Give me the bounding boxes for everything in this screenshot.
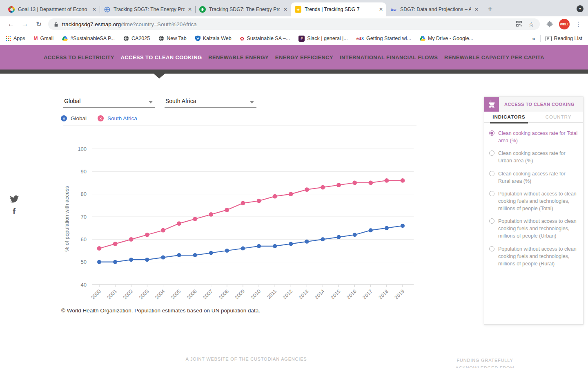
nav-renewable-energy[interactable]: RENEWABLE ENERGY bbox=[208, 54, 269, 61]
bookmark-newtab[interactable]: New Tab bbox=[158, 36, 186, 41]
flower-icon bbox=[240, 36, 245, 42]
bookmarks-overflow-button[interactable]: » bbox=[532, 36, 535, 42]
svg-text:2007: 2007 bbox=[202, 288, 214, 301]
nav-access-to-electricity[interactable]: ACCESS TO ELECTRICITY bbox=[44, 54, 114, 61]
svg-text:2009: 2009 bbox=[234, 288, 246, 301]
qr-code-icon[interactable] bbox=[516, 21, 522, 28]
svg-text:2002: 2002 bbox=[122, 288, 134, 301]
new-tab-button[interactable] bbox=[488, 4, 492, 14]
svg-text:2015: 2015 bbox=[330, 288, 342, 301]
svg-text:2004: 2004 bbox=[154, 288, 166, 301]
tab-goal13[interactable]: Goal 13 | Department of Econo bbox=[4, 2, 100, 16]
iea-icon: iea bbox=[390, 6, 397, 13]
tab-country[interactable]: COUNTRY bbox=[534, 112, 583, 122]
line-chart-svg[interactable]: 4050607080901002000200120022003200420052… bbox=[61, 135, 421, 311]
lock-icon bbox=[54, 22, 58, 27]
globe-dark-icon bbox=[123, 36, 129, 41]
bookmark-ca2025[interactable]: CA2025 bbox=[123, 36, 150, 41]
chip-global[interactable]: Global bbox=[61, 115, 87, 121]
svg-text:2010: 2010 bbox=[250, 288, 262, 301]
facebook-icon[interactable] bbox=[13, 206, 16, 216]
extensions-puzzle-icon[interactable] bbox=[546, 21, 553, 28]
browser-toolbar: ← → ↻ trackingsdg7.esmap.org/time?countr… bbox=[0, 16, 588, 32]
chip-label: South Africa bbox=[107, 115, 137, 121]
chip-south-africa[interactable]: South Africa bbox=[98, 115, 137, 121]
bookmark-label: My Drive - Google... bbox=[428, 36, 473, 41]
remove-icon[interactable] bbox=[98, 115, 104, 121]
sdg7-sun-icon bbox=[295, 6, 301, 13]
bookmark-gmail[interactable]: M Gmail bbox=[34, 36, 54, 41]
reading-list-button[interactable]: Reading List bbox=[546, 36, 583, 41]
radio-icon[interactable] bbox=[489, 246, 494, 251]
close-icon[interactable] bbox=[283, 7, 287, 12]
tab-iea[interactable]: iea SDG7: Data and Projections – A bbox=[386, 2, 482, 16]
reading-list-label: Reading List bbox=[554, 36, 583, 41]
tab-trackingsdg7-1[interactable]: Tracking SDG7: The Energy Pro bbox=[100, 2, 195, 16]
tab-indicators[interactable]: INDICATORS bbox=[484, 112, 534, 122]
svg-text:2003: 2003 bbox=[138, 288, 150, 301]
close-icon[interactable] bbox=[92, 7, 96, 12]
bookmark-star-icon[interactable] bbox=[528, 20, 534, 28]
bookmark-kaizala[interactable]: Kaizala Web bbox=[195, 36, 232, 41]
radio-icon[interactable] bbox=[489, 171, 494, 176]
bookmark-apps[interactable]: Apps bbox=[6, 36, 25, 41]
bookmark-sustainablesa-drive[interactable]: #SustainableSA P... bbox=[62, 36, 115, 41]
series-chips: Global South Africa bbox=[61, 115, 137, 121]
close-icon[interactable] bbox=[474, 7, 479, 12]
profile-avatar[interactable]: WELL bbox=[559, 19, 570, 29]
indicator-option[interactable]: Population without access to clean cooki… bbox=[489, 218, 578, 240]
back-button[interactable]: ← bbox=[6, 20, 16, 28]
tab-title: Tracking SDG7: The Energy Pro bbox=[114, 7, 185, 12]
remove-icon[interactable] bbox=[61, 115, 67, 121]
reload-button[interactable]: ↻ bbox=[33, 20, 44, 29]
globe-icon bbox=[104, 6, 110, 13]
region-select[interactable]: Global bbox=[63, 97, 155, 108]
radio-icon[interactable] bbox=[489, 150, 494, 156]
tab-trends-active[interactable]: Trends | Tracking SDG 7 bbox=[291, 2, 386, 16]
trend-chart[interactable]: 4050607080901002000200120022003200420052… bbox=[61, 135, 421, 311]
bookmark-label: Gmail bbox=[40, 36, 54, 41]
nav-access-to-clean-cooking[interactable]: ACCESS TO CLEAN COOKING bbox=[121, 54, 202, 61]
svg-text:2001: 2001 bbox=[106, 288, 118, 301]
chart-source-note: © World Health Organization. Population … bbox=[61, 307, 260, 314]
address-bar[interactable]: trackingsdg7.esmap.org/time?country=Sout… bbox=[48, 18, 540, 30]
twitter-icon[interactable] bbox=[10, 195, 19, 204]
bookmark-edx[interactable]: edX Getting Started wi... bbox=[356, 36, 411, 41]
forward-button[interactable]: → bbox=[20, 20, 30, 28]
close-icon[interactable] bbox=[379, 7, 383, 12]
footer-funding-line1: FUNDING GRATEFULLY bbox=[445, 357, 525, 364]
nav-energy-efficiency[interactable]: ENERGY EFFICIENCY bbox=[275, 54, 333, 61]
radio-icon[interactable] bbox=[489, 218, 494, 224]
bookmark-label: Kaizala Web bbox=[203, 36, 232, 41]
svg-text:2005: 2005 bbox=[170, 288, 182, 301]
indicator-option[interactable]: Clean cooking access rate for Rural area… bbox=[489, 170, 578, 185]
bookmark-sustainable-sa[interactable]: Sustainable SA –... bbox=[240, 36, 290, 42]
indicator-option[interactable]: Population without access to clean cooki… bbox=[489, 245, 578, 267]
close-icon[interactable] bbox=[188, 7, 192, 12]
indicator-option[interactable]: Clean cooking access rate for Urban area… bbox=[489, 150, 578, 164]
site-nav: ACCESS TO ELECTRICITY ACCESS TO CLEAN CO… bbox=[0, 45, 588, 70]
indicator-option[interactable]: Population without access to clean cooki… bbox=[489, 190, 578, 212]
country-select-value: South Africa bbox=[165, 98, 196, 104]
svg-text:% of population with access: % of population with access bbox=[64, 186, 70, 251]
svg-text:2011: 2011 bbox=[266, 288, 278, 300]
bookmark-slack[interactable]: Slack | general |... bbox=[298, 36, 348, 42]
svg-text:2014: 2014 bbox=[314, 288, 326, 301]
browser-menu-icon[interactable] bbox=[575, 20, 581, 28]
indicator-label: Population without access to clean cooki… bbox=[498, 245, 578, 267]
nav-international-financial-flows[interactable]: INTERNATIONAL FINANCIAL FLOWS bbox=[340, 54, 438, 61]
radio-selected-icon[interactable] bbox=[489, 130, 494, 136]
nav-renewable-capacity-per-capita[interactable]: RENEWABLE CAPACITY PER CAPITA bbox=[444, 54, 544, 61]
indicator-label: Clean cooking access rate for Urban area… bbox=[498, 150, 578, 164]
indicator-label: Clean cooking access rate for Rural area… bbox=[498, 170, 578, 185]
bookmark-mydrive[interactable]: My Drive - Google... bbox=[420, 36, 473, 41]
indicator-option[interactable]: Clean cooking access rate for Total area… bbox=[489, 130, 578, 144]
tab-trackingsdg7-2[interactable]: Tracking SDG7: The Energy Pro bbox=[195, 2, 291, 16]
indicator-label: Clean cooking access rate for Total area… bbox=[498, 130, 578, 144]
svg-text:2018: 2018 bbox=[377, 288, 390, 301]
panel-tabs: INDICATORS COUNTRY bbox=[484, 112, 583, 123]
svg-text:2016: 2016 bbox=[345, 288, 358, 301]
radio-icon[interactable] bbox=[489, 191, 494, 196]
country-select[interactable]: South Africa bbox=[165, 97, 256, 108]
tab-search-button[interactable] bbox=[577, 5, 584, 12]
